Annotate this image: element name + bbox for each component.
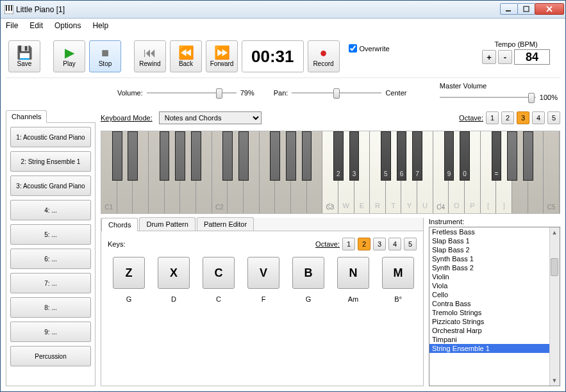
- white-key[interactable]: C5: [544, 131, 560, 213]
- scroll-down-icon[interactable]: ▼: [549, 375, 560, 386]
- instrument-item[interactable]: Contra Bass: [429, 299, 560, 308]
- scroll-up-icon[interactable]: ▲: [549, 227, 560, 238]
- black-key[interactable]: 6: [397, 131, 407, 181]
- keys-label: Keys:: [108, 240, 126, 248]
- instrument-item[interactable]: Viola: [429, 281, 560, 290]
- overwrite-checkbox[interactable]: [349, 44, 357, 53]
- chord-octave-4[interactable]: 4: [388, 238, 401, 250]
- svg-rect-4: [506, 10, 511, 12]
- chord-key-C[interactable]: C: [203, 257, 235, 289]
- instrument-item[interactable]: Slap Bass 1: [429, 236, 560, 245]
- channel-button-4[interactable]: 4: ...: [10, 200, 91, 220]
- chord-octave-3[interactable]: 3: [373, 238, 386, 250]
- chord-octave-5[interactable]: 5: [404, 238, 417, 250]
- tempo-down-button[interactable]: -: [498, 50, 512, 64]
- instrument-item[interactable]: Tremolo Strings: [429, 308, 560, 317]
- pan-value: Center: [385, 89, 406, 97]
- maximize-button[interactable]: [517, 3, 535, 15]
- instrument-item[interactable]: String Ensemble 1: [429, 344, 560, 353]
- svg-rect-1: [6, 5, 7, 11]
- kbd-octave-2[interactable]: 2: [501, 111, 514, 124]
- channel-button-5[interactable]: 5: ...: [10, 224, 91, 245]
- black-key[interactable]: [160, 131, 170, 181]
- kbd-octave-5[interactable]: 5: [547, 111, 560, 124]
- record-button[interactable]: ● Record: [308, 40, 340, 72]
- play-button[interactable]: ▶ Play: [53, 40, 85, 72]
- chord-key-X[interactable]: X: [158, 257, 190, 289]
- close-button[interactable]: [535, 3, 564, 15]
- instrument-item[interactable]: Synth Bass 1: [429, 254, 560, 263]
- instrument-item[interactable]: Fretless Bass: [429, 227, 560, 236]
- tab-chords[interactable]: Chords: [101, 218, 138, 231]
- channel-button-2[interactable]: 2: String Ensemble 1: [10, 151, 91, 172]
- app-icon: [4, 5, 13, 14]
- black-key[interactable]: 9: [444, 131, 454, 181]
- chord-key-N[interactable]: N: [337, 257, 369, 289]
- scroll-thumb[interactable]: [551, 258, 558, 276]
- forward-button[interactable]: ⏩ Forward: [206, 40, 238, 72]
- channel-button-8[interactable]: 8: ...: [10, 297, 91, 318]
- black-key[interactable]: 3: [349, 131, 360, 181]
- piano-keyboard[interactable]: C1C2C3QWERTYUC4IOP[]C52356790=: [101, 131, 560, 214]
- black-key[interactable]: 2: [333, 131, 344, 181]
- master-volume-slider[interactable]: [440, 91, 536, 104]
- channel-button-10[interactable]: Percussion: [10, 346, 91, 366]
- rewind-icon: ⏮: [144, 46, 156, 59]
- instrument-item[interactable]: Synth Bass 2: [429, 263, 560, 272]
- tempo-up-button[interactable]: +: [482, 50, 496, 64]
- black-key[interactable]: =: [492, 131, 502, 181]
- instrument-item[interactable]: Slap Bass 2: [429, 245, 560, 254]
- instrument-item[interactable]: Cello: [429, 290, 560, 299]
- chord-octave-1[interactable]: 1: [342, 238, 355, 250]
- black-key[interactable]: 5: [381, 131, 391, 181]
- channels-tab[interactable]: Channels: [6, 110, 47, 123]
- instrument-item[interactable]: Timpani: [429, 335, 560, 344]
- instrument-item[interactable]: Pizzicato Strings: [429, 317, 560, 326]
- black-key[interactable]: [112, 131, 122, 181]
- black-key[interactable]: 7: [412, 131, 422, 181]
- menu-options[interactable]: Options: [54, 21, 81, 30]
- instrument-list[interactable]: Fretless BassSlap Bass 1Slap Bass 2Synth…: [429, 227, 560, 386]
- menu-edit[interactable]: Edit: [29, 21, 43, 30]
- black-key[interactable]: 0: [460, 131, 470, 181]
- volume-slider[interactable]: [147, 86, 237, 99]
- tab-pattern-editor[interactable]: Pattern Editor: [197, 217, 254, 231]
- black-key[interactable]: [523, 131, 533, 181]
- menu-help[interactable]: Help: [92, 21, 108, 30]
- channel-button-1[interactable]: 1: Acoustic Grand Piano: [10, 127, 91, 147]
- channel-button-9[interactable]: 9: ...: [10, 322, 91, 342]
- black-key[interactable]: [222, 131, 233, 181]
- black-key[interactable]: [191, 131, 201, 181]
- channel-button-6[interactable]: 6: ...: [10, 249, 91, 269]
- scrollbar[interactable]: ▲ ▼: [549, 227, 560, 386]
- chord-key-Z[interactable]: Z: [113, 257, 145, 289]
- black-key[interactable]: [270, 131, 280, 181]
- black-key[interactable]: [238, 131, 249, 181]
- black-key[interactable]: [286, 131, 296, 181]
- stop-button[interactable]: ■ Stop: [89, 40, 121, 72]
- instrument-item[interactable]: Orchestral Harp: [429, 326, 560, 335]
- minimize-button[interactable]: [500, 3, 518, 15]
- pan-slider[interactable]: [292, 86, 381, 99]
- kbd-octave-3[interactable]: 3: [517, 111, 529, 124]
- chord-octave-2[interactable]: 2: [358, 238, 370, 250]
- black-key[interactable]: [507, 131, 517, 181]
- black-key[interactable]: [302, 131, 312, 181]
- rewind-button[interactable]: ⏮ Rewind: [134, 40, 166, 72]
- kbd-octave-1[interactable]: 1: [486, 111, 499, 124]
- channel-button-3[interactable]: 3: Acoustic Grand Piano: [10, 176, 91, 196]
- chord-key-B[interactable]: B: [292, 257, 324, 289]
- back-button[interactable]: ⏪ Back: [170, 40, 202, 72]
- tab-drum-pattern[interactable]: Drum Pattern: [139, 217, 195, 231]
- instrument-item[interactable]: Violin: [429, 272, 560, 281]
- chord-key-V[interactable]: V: [247, 257, 279, 289]
- kbd-octave-4[interactable]: 4: [532, 111, 545, 124]
- black-key[interactable]: [175, 131, 185, 181]
- keyboard-mode-select[interactable]: Notes and Chords: [159, 111, 262, 124]
- menu-file[interactable]: File: [6, 21, 18, 30]
- black-key[interactable]: [128, 131, 138, 181]
- svg-rect-3: [11, 5, 12, 11]
- channel-button-7[interactable]: 7: ...: [10, 273, 91, 293]
- save-button[interactable]: 💾 Save: [8, 40, 40, 72]
- chord-key-M[interactable]: M: [382, 257, 414, 289]
